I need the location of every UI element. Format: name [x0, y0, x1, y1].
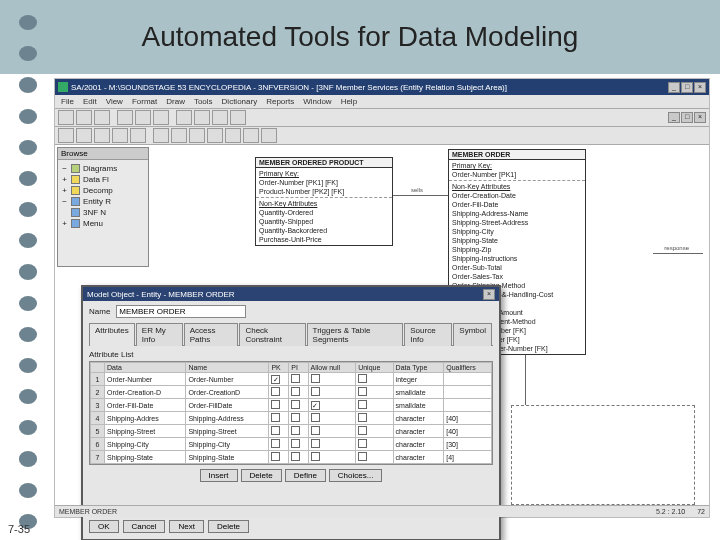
checkbox-icon[interactable]: ✓	[311, 401, 320, 410]
entity-member-ordered-product[interactable]: MEMBER ORDERED PRODUCT Primary Key: Orde…	[255, 157, 393, 246]
tree-item[interactable]: −Entity R	[61, 196, 145, 207]
dialog-titlebar[interactable]: Model Object - Entity - MEMBER ORDER ×	[83, 287, 499, 301]
toolbar-button[interactable]	[76, 128, 92, 143]
checkbox-icon[interactable]	[291, 452, 300, 461]
tab-access-paths[interactable]: Access Paths	[184, 323, 239, 346]
tree-item[interactable]: +Menu	[61, 218, 145, 229]
checkbox-icon[interactable]	[271, 387, 280, 396]
delete-button[interactable]: Delete	[208, 520, 249, 533]
toolbar-button[interactable]	[94, 128, 110, 143]
maximize-button[interactable]: □	[681, 82, 693, 93]
toolbar-button[interactable]	[135, 110, 151, 125]
checkbox-icon[interactable]	[271, 400, 280, 409]
table-row[interactable]: 2Order-Creation-DOrder-CreationDsmalldat…	[91, 386, 492, 399]
toolbar-button[interactable]	[243, 128, 259, 143]
toolbar-button[interactable]	[194, 110, 210, 125]
checkbox-icon[interactable]	[311, 387, 320, 396]
menu-item[interactable]: File	[61, 97, 74, 106]
toolbar-button[interactable]	[230, 110, 246, 125]
name-input[interactable]	[116, 305, 246, 318]
delete-row-button[interactable]: Delete	[241, 469, 282, 482]
next-button[interactable]: Next	[169, 520, 203, 533]
diagram-workarea[interactable]: Browse −Diagrams +Data Fl +Decomp −Entit…	[55, 145, 709, 505]
tab-source-info[interactable]: Source Info	[404, 323, 452, 346]
toolbar-button[interactable]	[225, 128, 241, 143]
cancel-button[interactable]: Cancel	[123, 520, 166, 533]
checkbox-icon[interactable]	[358, 413, 367, 422]
minimize-button[interactable]: _	[668, 82, 680, 93]
checkbox-icon[interactable]	[358, 400, 367, 409]
checkbox-icon[interactable]	[291, 439, 300, 448]
entity-properties-dialog[interactable]: Model Object - Entity - MEMBER ORDER × N…	[81, 285, 501, 540]
attribute-grid[interactable]: Data Name PK PI Allow null Unique Data T…	[89, 361, 493, 465]
table-row[interactable]: 5Shipping-StreetShipping-Streetcharacter…	[91, 425, 492, 438]
table-row[interactable]: 1Order-NumberOrder-Number✓integer	[91, 373, 492, 386]
toolbar-button[interactable]	[153, 110, 169, 125]
checkbox-icon[interactable]	[358, 452, 367, 461]
tree-item[interactable]: −Diagrams	[61, 163, 145, 174]
menu-item[interactable]: Dictionary	[222, 97, 258, 106]
checkbox-icon[interactable]	[358, 387, 367, 396]
table-row[interactable]: 6Shipping-CityShipping-Citycharacter[30]	[91, 438, 492, 451]
checkbox-icon[interactable]	[291, 413, 300, 422]
close-button[interactable]: ×	[483, 289, 495, 300]
checkbox-icon[interactable]	[271, 413, 280, 422]
checkbox-icon[interactable]	[311, 374, 320, 383]
insert-button[interactable]: Insert	[200, 469, 238, 482]
checkbox-icon[interactable]	[358, 426, 367, 435]
choices-button[interactable]: Choices...	[329, 469, 383, 482]
tree-item[interactable]: +Decomp	[61, 185, 145, 196]
menu-item[interactable]: Format	[132, 97, 157, 106]
toolbar-button[interactable]	[130, 128, 146, 143]
close-button[interactable]: ×	[694, 82, 706, 93]
checkbox-icon[interactable]	[291, 374, 300, 383]
app-titlebar[interactable]: SA/2001 - M:\SOUNDSTAGE 53 ENCYCLOPEDIA …	[55, 79, 709, 95]
toolbar-button[interactable]	[94, 110, 110, 125]
define-button[interactable]: Define	[285, 469, 326, 482]
toolbar-button[interactable]	[189, 128, 205, 143]
checkbox-icon[interactable]	[271, 439, 280, 448]
ok-button[interactable]: OK	[89, 520, 119, 533]
toolbar-button[interactable]	[171, 128, 187, 143]
tab-symbol[interactable]: Symbol	[453, 323, 492, 346]
menu-item[interactable]: Draw	[166, 97, 185, 106]
checkbox-icon[interactable]	[311, 426, 320, 435]
tab-triggers[interactable]: Triggers & Table Segments	[307, 323, 404, 346]
toolbar-button[interactable]	[117, 110, 133, 125]
checkbox-icon[interactable]	[311, 439, 320, 448]
menu-item[interactable]: Reports	[266, 97, 294, 106]
checkbox-icon[interactable]	[291, 387, 300, 396]
toolbar-button[interactable]	[212, 110, 228, 125]
tab-check-constraint[interactable]: Check Constraint	[239, 323, 305, 346]
checkbox-icon[interactable]	[358, 374, 367, 383]
toolbar-button[interactable]	[207, 128, 223, 143]
checkbox-icon[interactable]	[271, 452, 280, 461]
menu-item[interactable]: Tools	[194, 97, 213, 106]
menu-item[interactable]: Edit	[83, 97, 97, 106]
maximize-button[interactable]: □	[681, 112, 693, 123]
toolbar-button[interactable]	[58, 110, 74, 125]
toolbar-button[interactable]	[176, 110, 192, 125]
minimize-button[interactable]: _	[668, 112, 680, 123]
tab-attributes[interactable]: Attributes	[89, 323, 135, 346]
table-row[interactable]: 7Shipping-StateShipping-Statecharacter[4…	[91, 451, 492, 464]
toolbar-button[interactable]	[76, 110, 92, 125]
tree-item[interactable]: +Data Fl	[61, 174, 145, 185]
tab-er-my-info[interactable]: ER My Info	[136, 323, 183, 346]
menu-item[interactable]: Help	[341, 97, 357, 106]
table-row[interactable]: 3Order-Fill-DateOrder-FillDate✓smalldate	[91, 399, 492, 412]
checkbox-icon[interactable]	[311, 452, 320, 461]
menu-item[interactable]: View	[106, 97, 123, 106]
checkbox-icon[interactable]	[311, 413, 320, 422]
table-row[interactable]: 4Shipping-AddresShipping-Addresscharacte…	[91, 412, 492, 425]
close-button[interactable]: ×	[694, 112, 706, 123]
toolbar-button[interactable]	[58, 128, 74, 143]
toolbar-button[interactable]	[112, 128, 128, 143]
tree-item[interactable]: 3NF N	[61, 207, 145, 218]
menu-item[interactable]: Window	[303, 97, 331, 106]
checkbox-icon[interactable]: ✓	[271, 375, 280, 384]
browse-panel[interactable]: Browse −Diagrams +Data Fl +Decomp −Entit…	[57, 147, 149, 267]
toolbar-button[interactable]	[261, 128, 277, 143]
checkbox-icon[interactable]	[271, 426, 280, 435]
toolbar-button[interactable]	[153, 128, 169, 143]
